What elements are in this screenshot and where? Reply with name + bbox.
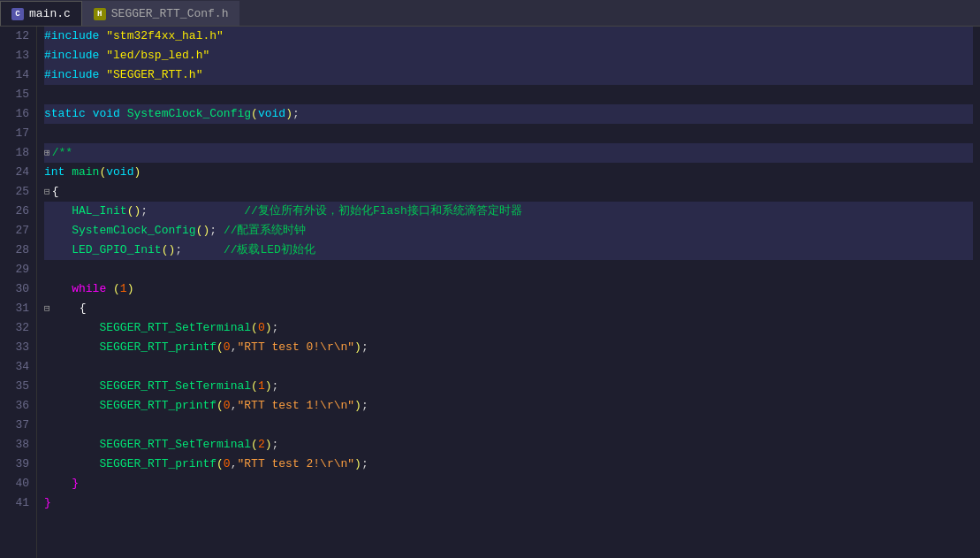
plain-token [217,221,224,241]
paren-token: ) [265,318,272,338]
code-line [44,124,973,143]
kw2-token: } [44,493,51,513]
code-line: SEGGER_RTT_printf(0,"RTT test 2!\r\n"); [44,455,973,474]
plain-token [44,241,72,260]
paren-token: () [127,202,141,221]
plain-token: ; [175,241,182,260]
plain-token [52,299,80,318]
line-number: 34 [7,357,29,377]
num-token: 1 [258,377,265,396]
plain-token [44,318,99,338]
code-line: SEGGER_RTT_printf(0,"RTT test 0!\r\n"); [44,338,973,357]
line-number: 27 [7,221,29,241]
h-file-icon: H [94,8,106,20]
code-line: ⊟{ [44,182,973,202]
paren-token: ) [127,279,134,299]
paren-token: ( [217,396,224,416]
fn-token: SystemClock_Config [72,221,195,241]
line-number: 32 [7,318,29,338]
num-token: 0 [224,455,231,474]
comment-token: //板载LED初始化 [224,241,315,260]
line-number: 40 [7,474,29,493]
paren-token: ( [113,279,120,299]
fold-icon-token: ⊟ [44,299,50,318]
code-line: static void SystemClock_Config(void); [44,104,973,124]
line-number: 14 [7,65,29,85]
plain-token [44,202,72,221]
fn-token: SEGGER_RTT_printf [99,455,217,474]
line-number: 12 [7,27,29,46]
plain-token: ; [272,435,279,455]
plain-token: ; [209,221,217,241]
paren-token: ( [251,435,258,455]
line-number: 16 [7,104,29,124]
fn-token: LED_GPIO_Init [72,241,161,260]
pp-token: # [44,27,51,46]
code-line: HAL_Init(); //复位所有外设，初始化Flash接口和系统滴答定时器 [44,202,973,221]
editor: 1213141516171824252627282930313233343536… [0,27,980,558]
code-area: #include "stm32f4xx_hal.h"#include "led/… [37,27,980,558]
plain-token: ; [361,338,368,357]
fn-token: SystemClock_Config [127,104,251,124]
code-line [44,416,973,435]
fn-token: SEGGER_RTT_SetTerminal [99,435,251,455]
code-line: int main(void) [44,163,973,182]
code-line: SystemClock_Config(); //配置系统时钟 [44,221,973,241]
tab-main_c[interactable]: Cmain.c [0,1,82,26]
line-number: 38 [7,435,29,455]
paren-token: ) [133,163,141,182]
code-line: } [44,474,973,493]
paren-token: ) [354,455,361,474]
code-line: ⊞/** [44,143,973,163]
incfile-token: "SEGGER_RTT.h" [106,65,202,85]
tab-bar: Cmain.cHSEGGER_RTT_Conf.h [0,0,980,27]
line-number: 36 [7,396,29,416]
plain-token [120,104,127,124]
paren-token: ( [251,318,258,338]
code-line: SEGGER_RTT_SetTerminal(0); [44,318,973,338]
fn-token: HAL_Init [72,202,126,221]
paren-token: ) [265,377,272,396]
num-token: 0 [224,396,231,416]
paren-token: ) [265,435,272,455]
plain-token [182,241,224,260]
code-line [44,260,973,279]
plain-token [44,279,72,299]
incfile-token: "stm32f4xx_hal.h" [106,27,224,46]
comment-token: /** [52,143,72,163]
plain-token [44,396,99,416]
line-number: 18 [7,143,29,163]
plain-token: ; [272,377,279,396]
paren-token: ( [217,455,224,474]
line-numbers: 1213141516171824252627282930313233343536… [0,27,37,558]
line-number: 39 [7,455,29,474]
code-line: } [44,493,973,513]
plain-token: ; [272,318,279,338]
plain-token [99,27,106,46]
line-number: 13 [7,46,29,65]
plain-token [44,221,72,241]
num-token: 0 [224,338,231,357]
inc-token: include [51,46,100,65]
plain-token: ; [361,396,368,416]
line-number: 17 [7,124,29,143]
code-line: while (1) [44,279,973,299]
paren-token: ( [251,377,258,396]
plain-token [44,377,99,396]
inc-token: include [51,65,100,85]
str-token: "RTT test 0!\r\n" [237,338,354,357]
tab-SEGGER_RTT_Conf_h[interactable]: HSEGGER_RTT_Conf.h [82,1,240,26]
plain-token [99,65,106,85]
paren-token: ) [354,396,361,416]
line-number: 41 [7,493,29,513]
kw-token: void [93,104,120,124]
plain-token [99,46,106,65]
fold-icon-token: ⊟ [44,182,50,202]
plain-token: ; [361,455,368,474]
line-number: 26 [7,202,29,221]
plain-token [86,104,93,124]
fn-token: SEGGER_RTT_printf [99,338,217,357]
num-token: 1 [120,279,127,299]
line-number: 25 [7,182,29,202]
kw2-token: while [72,279,106,299]
